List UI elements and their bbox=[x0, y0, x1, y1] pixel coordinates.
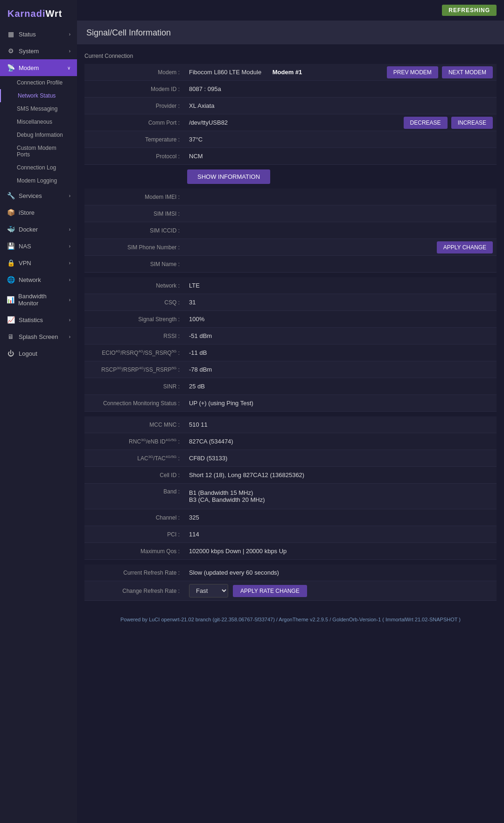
sim-phone-row: SIM Phone Number : APPLY CHANGE bbox=[84, 239, 497, 256]
decrease-button[interactable]: DECREASE bbox=[404, 117, 448, 129]
logout-icon: ⏻ bbox=[7, 350, 15, 357]
next-modem-button[interactable]: NEXT MODEM bbox=[442, 66, 493, 78]
sidebar-item-label: Statistics bbox=[19, 317, 43, 324]
sim-iccid-label: SIM ICCID : bbox=[84, 227, 187, 234]
band-label: Band : bbox=[84, 486, 187, 495]
signal-strength-row: Signal Strength : 100% bbox=[84, 311, 497, 328]
protocol-label: Protocol : bbox=[84, 153, 187, 160]
sim-iccid-value bbox=[187, 228, 497, 233]
max-qos-value: 102000 kbps Down | 20000 kbps Up bbox=[187, 545, 497, 557]
conn-monitoring-row: Connection Monitoring Status : UP (+) (u… bbox=[84, 395, 497, 412]
sinr-value: 25 dB bbox=[187, 380, 497, 393]
modem-icon: 📡 bbox=[7, 64, 15, 71]
apply-change-button[interactable]: APPLY CHANGE bbox=[437, 241, 493, 253]
system-icon: ⚙ bbox=[7, 47, 15, 55]
network-icon: 🌐 bbox=[7, 276, 15, 283]
increase-button[interactable]: INCREASE bbox=[451, 117, 493, 129]
modem-id-row: Modem ID : 8087 : 095a bbox=[84, 81, 497, 98]
conn-monitoring-value: UP (+) (using Ping Test) bbox=[187, 397, 497, 409]
sidebar-sub-miscellaneous[interactable]: Miscellaneous bbox=[0, 115, 77, 128]
divider2 bbox=[84, 412, 497, 416]
sidebar-item-label: Services bbox=[19, 192, 42, 199]
sidebar-item-istore[interactable]: 📦 iStore bbox=[0, 204, 77, 221]
sidebar-item-modem[interactable]: 📡 Modem ∨ bbox=[0, 59, 77, 76]
sidebar-item-docker[interactable]: 🐳 Docker › bbox=[0, 221, 77, 238]
section-label: Current Connection bbox=[84, 49, 497, 64]
top-bar: REFRESHING bbox=[77, 0, 504, 21]
content-area: Current Connection Modem : Fibocom L860 … bbox=[77, 44, 504, 610]
page-title: Signal/Cell Information bbox=[86, 28, 495, 38]
rscp-label: RSCP3G/RSRP4G/SS_RSRP5G : bbox=[84, 366, 187, 373]
modem-actions: PREV MODEM NEXT MODEM bbox=[387, 66, 497, 78]
sim-imsi-row: SIM IMSI : bbox=[84, 205, 497, 222]
sub-item-label: Miscellaneous bbox=[17, 119, 52, 125]
rscp-row: RSCP3G/RSRP4G/SS_RSRP5G : -78 dBm bbox=[84, 361, 497, 378]
nas-icon: 💾 bbox=[7, 242, 15, 250]
sub-item-label: Connection Profile bbox=[17, 79, 63, 86]
sidebar-sub-connection-log[interactable]: Connection Log bbox=[0, 161, 77, 174]
modem-id-value: 8087 : 095a bbox=[187, 83, 497, 95]
rssi-row: RSSI : -51 dBm bbox=[84, 328, 497, 345]
sidebar-sub-network-status[interactable]: Network Status bbox=[0, 89, 77, 102]
sub-item-label: SMS Messaging bbox=[17, 106, 57, 112]
lac-value: CF8D (53133) bbox=[187, 452, 497, 464]
sidebar-item-system[interactable]: ⚙ System › bbox=[0, 42, 77, 59]
conn-monitoring-label: Connection Monitoring Status : bbox=[84, 400, 187, 407]
sidebar-item-logout[interactable]: ⏻ Logout bbox=[0, 345, 77, 362]
sidebar-item-label: Docker bbox=[19, 226, 38, 233]
sim-name-row: SIM Name : bbox=[84, 256, 497, 273]
show-info-button[interactable]: SHOW INFORMATION bbox=[187, 169, 270, 184]
apply-rate-button[interactable]: APPLY RATE CHANGE bbox=[233, 585, 307, 597]
main-content: REFRESHING Signal/Cell Information Curre… bbox=[77, 0, 504, 823]
chevron-down-icon: ∨ bbox=[67, 65, 70, 70]
sinr-row: SINR : 25 dB bbox=[84, 378, 497, 395]
sub-item-label: Connection Log bbox=[17, 164, 56, 171]
rate-select[interactable]: Fast Slow Normal bbox=[189, 584, 228, 598]
sidebar: KarnadiWrt ▦ Status › ⚙ System › 📡 Modem… bbox=[0, 0, 77, 823]
max-qos-row: Maximum Qos : 102000 kbps Down | 20000 k… bbox=[84, 543, 497, 560]
sidebar-item-network[interactable]: 🌐 Network › bbox=[0, 271, 77, 288]
temperature-row: Temperature : 37°C bbox=[84, 131, 497, 148]
max-qos-label: Maximum Qos : bbox=[84, 548, 187, 555]
signal-strength-value: 100% bbox=[187, 313, 497, 325]
chevron-right-icon: › bbox=[69, 317, 70, 323]
sidebar-item-splash[interactable]: 🖥 Splash Screen › bbox=[0, 328, 77, 345]
refresh-rate-label: Current Refresh Rate : bbox=[84, 570, 187, 576]
divider bbox=[84, 273, 497, 277]
refresh-rate-row: Current Refresh Rate : Slow (updated eve… bbox=[84, 564, 497, 581]
sidebar-sub-modem-logging[interactable]: Modem Logging bbox=[0, 174, 77, 187]
sidebar-item-vpn[interactable]: 🔒 VPN › bbox=[0, 254, 77, 271]
modem-imei-value bbox=[187, 194, 497, 200]
sidebar-item-nas[interactable]: 💾 NAS › bbox=[0, 238, 77, 254]
sidebar-sub-custom-modem-ports[interactable]: Custom Modem Ports bbox=[0, 141, 77, 161]
signal-strength-label: Signal Strength : bbox=[84, 316, 187, 323]
ecio-value: -11 dB bbox=[187, 346, 497, 359]
sidebar-item-label: Logout bbox=[19, 350, 37, 357]
sidebar-sub-connection-profile[interactable]: Connection Profile bbox=[0, 76, 77, 89]
sidebar-sub-sms-messaging[interactable]: SMS Messaging bbox=[0, 102, 77, 115]
sidebar-sub-debug-information[interactable]: Debug Information bbox=[0, 128, 77, 141]
sidebar-item-bandwidth[interactable]: 📊 Bandwidth Monitor › bbox=[0, 288, 77, 311]
csq-value: 31 bbox=[187, 296, 497, 309]
provider-label: Provider : bbox=[84, 103, 187, 109]
change-rate-label: Change Refresh Rate : bbox=[84, 588, 187, 594]
modem-imei-label: Modem IMEI : bbox=[84, 194, 187, 200]
comm-port-row: Comm Port : /dev/ttyUSB82 DECREASE INCRE… bbox=[84, 114, 497, 131]
statistics-icon: 📈 bbox=[7, 316, 15, 324]
sim-imsi-value bbox=[187, 211, 497, 217]
sim-iccid-row: SIM ICCID : bbox=[84, 222, 497, 239]
footer: Powered by LuCI openwrt-21.02 branch (gi… bbox=[77, 610, 504, 629]
sidebar-item-statistics[interactable]: 📈 Statistics › bbox=[0, 311, 77, 328]
lac-row: LAC3G/TAC4G/5G : CF8D (53133) bbox=[84, 450, 497, 467]
rnc-row: RNC3G/eNB ID4G/5G : 827CA (534474) bbox=[84, 433, 497, 450]
refresh-rate-value: Slow (updated every 60 seconds) bbox=[187, 566, 497, 579]
sub-item-label: Custom Modem Ports bbox=[17, 145, 56, 158]
sidebar-item-services[interactable]: 🔧 Services › bbox=[0, 187, 77, 204]
footer-text: Powered by LuCI openwrt-21.02 branch (gi… bbox=[120, 617, 461, 622]
mcc-mnc-row: MCC MNC : 510 11 bbox=[84, 416, 497, 433]
refreshing-button[interactable]: REFRESHING bbox=[442, 5, 497, 16]
prev-modem-button[interactable]: PREV MODEM bbox=[387, 66, 438, 78]
channel-label: Channel : bbox=[84, 514, 187, 521]
docker-icon: 🐳 bbox=[7, 225, 15, 233]
sidebar-item-status[interactable]: ▦ Status › bbox=[0, 26, 77, 42]
